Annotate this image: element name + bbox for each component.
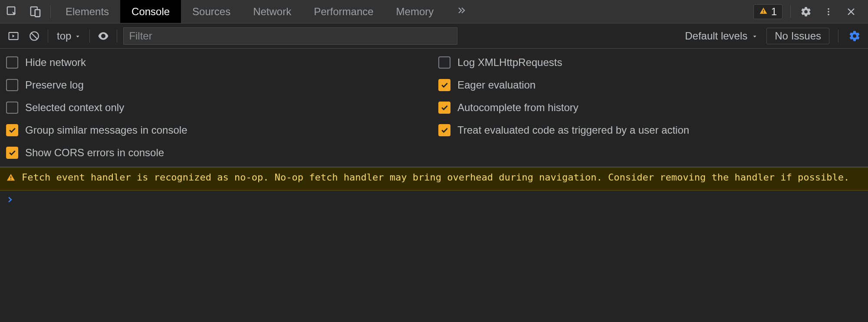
console-prompt[interactable] bbox=[0, 191, 868, 210]
setting-label: Treat evaluated code as triggered by a u… bbox=[457, 124, 689, 136]
divider bbox=[117, 30, 117, 43]
live-expression-icon[interactable] bbox=[96, 29, 111, 43]
tab-label: Network bbox=[253, 6, 291, 18]
console-toolbar: top Default levels No Issues bbox=[0, 23, 868, 49]
tabs-overflow[interactable] bbox=[445, 0, 478, 23]
kebab-menu-icon[interactable] bbox=[821, 4, 836, 19]
checkbox[interactable] bbox=[6, 102, 18, 114]
checkbox[interactable] bbox=[438, 56, 450, 69]
setting-label: Autocomplete from history bbox=[457, 102, 579, 114]
console-warning-message[interactable]: Fetch event handler is recognized as no-… bbox=[0, 167, 868, 191]
toggle-sidebar-icon[interactable] bbox=[6, 29, 21, 43]
divider bbox=[48, 30, 48, 43]
tab-label: Sources bbox=[192, 6, 230, 18]
tab-label: Elements bbox=[66, 6, 109, 18]
tab-performance[interactable]: Performance bbox=[302, 0, 385, 23]
issues-label: No Issues bbox=[775, 30, 821, 42]
tab-label: Performance bbox=[314, 6, 373, 18]
checkbox[interactable] bbox=[6, 56, 18, 69]
setting-eager-evaluation[interactable]: Eager evaluation bbox=[438, 79, 862, 91]
divider bbox=[838, 30, 838, 43]
svg-point-8 bbox=[828, 13, 829, 15]
setting-label: Preserve log bbox=[25, 79, 84, 91]
setting-autocomplete-from-history[interactable]: Autocomplete from history bbox=[438, 102, 862, 114]
chevron-double-right-icon bbox=[456, 5, 467, 18]
tab-console[interactable]: Console bbox=[120, 0, 181, 23]
tabbar-spacer bbox=[478, 0, 749, 23]
setting-label: Log XMLHttpRequests bbox=[457, 56, 562, 69]
console-settings-gear-icon[interactable] bbox=[847, 29, 862, 43]
tabs-group: Elements Console Sources Network Perform… bbox=[54, 0, 478, 23]
dropdown-triangle-icon bbox=[75, 30, 81, 42]
tab-network[interactable]: Network bbox=[242, 0, 302, 23]
setting-preserve-log[interactable]: Preserve log bbox=[6, 79, 430, 91]
setting-log-xhr[interactable]: Log XMLHttpRequests bbox=[438, 56, 862, 69]
warning-count-badge[interactable]: 1 bbox=[753, 4, 783, 19]
divider bbox=[89, 30, 90, 43]
divider bbox=[50, 5, 51, 18]
setting-label: Show CORS errors in console bbox=[25, 147, 164, 159]
setting-selected-context-only[interactable]: Selected context only bbox=[6, 102, 430, 114]
tab-elements[interactable]: Elements bbox=[54, 0, 120, 23]
svg-rect-4 bbox=[763, 10, 764, 11]
tab-memory[interactable]: Memory bbox=[385, 0, 445, 23]
warning-message-text: Fetch event handler is recognized as no-… bbox=[22, 171, 849, 184]
svg-point-11 bbox=[102, 35, 105, 37]
svg-point-7 bbox=[828, 11, 829, 13]
tabbar-right-group: 1 bbox=[749, 0, 868, 23]
checkbox[interactable] bbox=[6, 79, 18, 91]
clear-console-icon[interactable] bbox=[27, 29, 42, 43]
issues-button[interactable]: No Issues bbox=[766, 28, 829, 44]
setting-label: Selected context only bbox=[25, 102, 124, 114]
setting-hide-network[interactable]: Hide network bbox=[6, 56, 430, 69]
tab-sources[interactable]: Sources bbox=[181, 0, 242, 23]
dropdown-triangle-icon bbox=[752, 30, 758, 42]
prompt-chevron-icon bbox=[6, 195, 14, 206]
execution-context-dropdown[interactable]: top bbox=[54, 30, 83, 42]
svg-rect-2 bbox=[35, 10, 40, 16]
close-icon[interactable] bbox=[844, 4, 858, 19]
tab-label: Memory bbox=[396, 6, 434, 18]
svg-rect-5 bbox=[763, 12, 764, 13]
warning-triangle-icon bbox=[6, 173, 16, 186]
setting-label: Group similar messages in console bbox=[25, 124, 187, 136]
setting-treat-evaluated-as-user-action[interactable]: Treat evaluated code as triggered by a u… bbox=[438, 124, 862, 136]
levels-label: Default levels bbox=[685, 30, 747, 42]
divider bbox=[790, 5, 791, 18]
filter-input[interactable] bbox=[123, 27, 457, 45]
checkbox[interactable] bbox=[6, 124, 18, 136]
settings-gear-icon[interactable] bbox=[799, 4, 813, 19]
checkbox[interactable] bbox=[438, 124, 450, 136]
warning-triangle-icon bbox=[759, 6, 768, 18]
svg-rect-13 bbox=[10, 179, 11, 180]
devtools-tabbar: Elements Console Sources Network Perform… bbox=[0, 0, 868, 23]
svg-rect-12 bbox=[10, 176, 11, 178]
empty-cell bbox=[438, 147, 862, 159]
svg-point-6 bbox=[828, 8, 829, 10]
checkbox[interactable] bbox=[6, 147, 18, 159]
setting-show-cors-errors[interactable]: Show CORS errors in console bbox=[6, 147, 430, 159]
toolbar-right-group: Default levels No Issues bbox=[685, 28, 862, 44]
checkbox[interactable] bbox=[438, 102, 450, 114]
setting-label: Eager evaluation bbox=[457, 79, 536, 91]
device-toggle-icon[interactable] bbox=[27, 3, 44, 20]
context-label: top bbox=[57, 30, 71, 42]
log-levels-dropdown[interactable]: Default levels bbox=[685, 30, 758, 42]
tab-label: Console bbox=[132, 6, 170, 18]
setting-label: Hide network bbox=[25, 56, 86, 69]
console-settings-panel: Hide network Log XMLHttpRequests Preserv… bbox=[0, 49, 868, 167]
checkbox[interactable] bbox=[438, 79, 450, 91]
inspect-icon[interactable] bbox=[3, 3, 21, 20]
setting-group-similar-messages[interactable]: Group similar messages in console bbox=[6, 124, 430, 136]
tabbar-left-group bbox=[0, 0, 54, 23]
warning-count-text: 1 bbox=[771, 6, 777, 18]
